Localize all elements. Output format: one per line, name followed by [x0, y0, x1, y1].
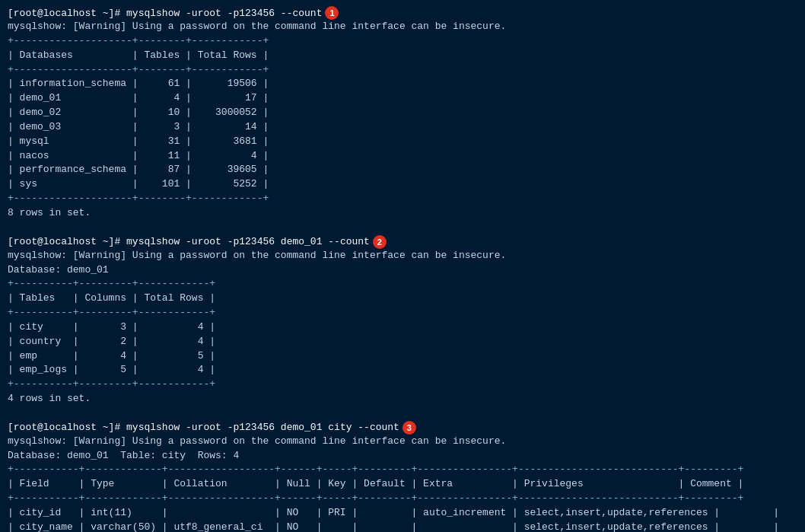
row-1-1: | demo_01 | 4 | 17 |	[8, 91, 797, 106]
prompt-3: [root@localhost ~]#	[8, 422, 126, 433]
header-1: | Databases | Tables | Total Rows |	[8, 49, 797, 63]
db-info-2: Database: demo_01	[8, 263, 797, 278]
command-1: mysqlshow -uroot -p123456 --count	[126, 8, 322, 19]
row-2-1: | country | 2 | 4 |	[8, 335, 797, 349]
command-line-3: [root@localhost ~]# mysqlshow -uroot -p1…	[8, 421, 797, 435]
badge-2: 2	[373, 235, 387, 249]
blank-2	[8, 406, 797, 421]
command-3: mysqlshow -uroot -p123456 demo_01 city -…	[126, 422, 399, 433]
row-1-6: | performance_schema | 87 | 39605 |	[8, 163, 797, 177]
section-1: [root@localhost ~]# mysqlshow -uroot -p1…	[8, 6, 797, 221]
row-3-0: | city_id | int(11) | | NO | PRI | | aut…	[8, 506, 797, 521]
sep3-2: +----------+---------+------------+	[8, 377, 797, 392]
db-info-3: Database: demo_01 Table: city Rows: 4	[8, 449, 797, 464]
row-2-3: | emp_logs | 5 | 4 |	[8, 363, 797, 377]
row-1-0: | information_schema | 61 | 19506 |	[8, 77, 797, 91]
prompt-1: [root@localhost ~]#	[8, 8, 126, 19]
warning-3: mysqlshow: [Warning] Using a password on…	[8, 435, 797, 449]
section-2: [root@localhost ~]# mysqlshow -uroot -p1…	[8, 235, 797, 406]
row-2-2: | emp | 4 | 5 |	[8, 349, 797, 364]
footer-2: 4 rows in set.	[8, 392, 797, 406]
sep1-1: +--------------------+--------+---------…	[8, 34, 797, 49]
row-1-4: | mysql | 31 | 3681 |	[8, 135, 797, 149]
row-1-3: | demo_03 | 3 | 14 |	[8, 120, 797, 135]
sep2-3: +-----------+-------------+-------------…	[8, 492, 797, 506]
row-1-7: | sys | 101 | 5252 |	[8, 177, 797, 192]
badge-1: 1	[325, 6, 339, 20]
sep2-2: +----------+---------+------------+	[8, 306, 797, 320]
sep1-2: +----------+---------+------------+	[8, 277, 797, 291]
row-1-5: | nacos | 11 | 4 |	[8, 149, 797, 164]
warning-1: mysqlshow: [Warning] Using a password on…	[8, 20, 797, 34]
sep2-1: +--------------------+--------+---------…	[8, 63, 797, 78]
row-2-0: | city | 3 | 4 |	[8, 320, 797, 335]
command-line-2: [root@localhost ~]# mysqlshow -uroot -p1…	[8, 235, 797, 249]
blank-1	[8, 221, 797, 235]
footer-1: 8 rows in set.	[8, 206, 797, 221]
command-2: mysqlshow -uroot -p123456 demo_01 --coun…	[126, 236, 370, 247]
prompt-2: [root@localhost ~]#	[8, 236, 126, 247]
sep1-3: +-----------+-------------+-------------…	[8, 463, 797, 477]
section-3: [root@localhost ~]# mysqlshow -uroot -p1…	[8, 421, 797, 532]
header-2: | Tables | Columns | Total Rows |	[8, 291, 797, 306]
row-3-1: | city_name | varchar(50) | utf8_general…	[8, 521, 797, 532]
sep3-1: +--------------------+--------+---------…	[8, 192, 797, 206]
row-1-2: | demo_02 | 10 | 3000052 |	[8, 106, 797, 120]
terminal: [root@localhost ~]# mysqlshow -uroot -p1…	[8, 6, 797, 532]
badge-3: 3	[402, 421, 416, 435]
warning-2: mysqlshow: [Warning] Using a password on…	[8, 249, 797, 263]
header-3: | Field | Type | Collation | Null | Key …	[8, 477, 797, 492]
command-line-1: [root@localhost ~]# mysqlshow -uroot -p1…	[8, 6, 797, 20]
